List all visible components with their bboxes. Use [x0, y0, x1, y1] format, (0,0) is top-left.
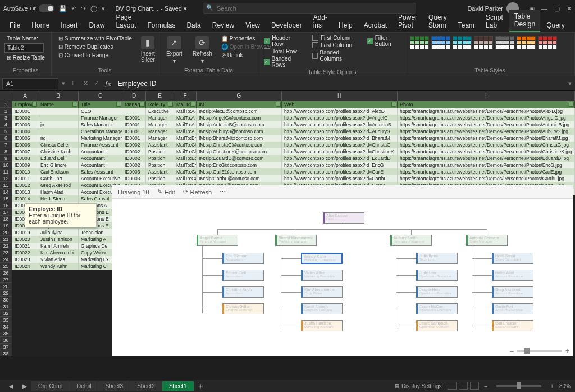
- tab-developer[interactable]: Developer: [266, 19, 307, 32]
- table-row[interactable]: ID0007Christine KochAccountantID0002Posi…: [12, 148, 575, 155]
- tab-team[interactable]: Team: [453, 19, 480, 32]
- tab-page-layout[interactable]: Page Layout: [111, 11, 141, 32]
- tab-script-lab[interactable]: Script Lab: [481, 11, 508, 32]
- table-style-swatch[interactable]: [453, 36, 472, 49]
- org-chart-canvas[interactable]: Alex DarrowCEOAngel GarciaFinance Manage…: [112, 199, 573, 356]
- sheet-nav-prev[interactable]: ◀: [4, 381, 18, 391]
- touch-mode-icon[interactable]: ◯: [90, 5, 97, 12]
- col-header-C[interactable]: C: [79, 91, 122, 101]
- row-header[interactable]: 35: [0, 330, 12, 337]
- org-node[interactable]: Jamie CampbellOpearions Assistant: [416, 320, 458, 331]
- row-header[interactable]: 24: [0, 256, 12, 263]
- row-header[interactable]: 17: [0, 209, 12, 216]
- table-row[interactable]: ID0005ndMarketing ManagerID0001ManagerMa…: [12, 135, 575, 142]
- autosave-toggle[interactable]: AutoSave On: [3, 4, 54, 12]
- org-node[interactable]: Jesper HerpOperations Executive: [416, 286, 458, 298]
- org-node[interactable]: Bharat MirchandaniMarketing Manager: [275, 235, 317, 246]
- enter-fx-icon[interactable]: ✓: [94, 80, 99, 87]
- org-node[interactable]: Alex DarrowCEO: [323, 212, 364, 224]
- tab-draw[interactable]: Draw: [84, 19, 109, 32]
- sheet-tab-sheet3[interactable]: Sheet3: [98, 381, 130, 391]
- resize-table-button[interactable]: ⊞ Resize Table: [4, 54, 47, 61]
- banded-columns-check[interactable]: Banded Columns: [312, 49, 356, 62]
- tab-home[interactable]: Home: [26, 19, 54, 32]
- org-node[interactable]: Gail EricksonSales Assistant: [492, 320, 533, 331]
- table-header-im[interactable]: IM: [197, 101, 282, 108]
- visio-zoom-in[interactable]: +: [565, 347, 569, 355]
- summarize-pivot-button[interactable]: ⊞ Summarize with PivotTable: [56, 35, 134, 42]
- row-header[interactable]: 14: [0, 189, 12, 195]
- first-column-check[interactable]: First Column: [312, 35, 356, 41]
- row-header[interactable]: 9: [0, 155, 12, 162]
- remove-duplicates-button[interactable]: ⊟ Remove Duplicates: [56, 43, 134, 51]
- table-row[interactable]: ID0010Gail EricksonSales AssistantID0003…: [12, 168, 575, 175]
- org-node[interactable]: Christine KochAccountant: [222, 286, 264, 298]
- row-header[interactable]: 12: [0, 175, 12, 182]
- tab-query[interactable]: Query: [541, 19, 570, 32]
- table-row[interactable]: ID0002Finance ManagerID0001ManagerMailTo…: [12, 115, 575, 121]
- col-header-E[interactable]: E: [146, 91, 174, 101]
- filter-dropdown-icon[interactable]: [32, 102, 37, 107]
- org-node[interactable]: Greg AkselrodAccount Executive: [492, 286, 533, 298]
- col-header-B[interactable]: B: [38, 91, 79, 101]
- row-header[interactable]: 29: [0, 290, 12, 297]
- table-header-manager[interactable]: Manager: [122, 101, 146, 108]
- col-header-G[interactable]: G: [197, 91, 282, 101]
- col-header-F[interactable]: F: [174, 91, 197, 101]
- minimize-icon[interactable]: —: [541, 5, 547, 12]
- table-styles-gallery[interactable]: [410, 35, 570, 51]
- view-shortcuts[interactable]: [448, 382, 479, 390]
- col-header-I[interactable]: I: [398, 91, 575, 101]
- visio-more-icon[interactable]: ⋯: [220, 188, 226, 195]
- row-header[interactable]: 19: [0, 222, 12, 229]
- name-box[interactable]: A1: [2, 78, 58, 89]
- tab-query-storm[interactable]: Query Storm: [423, 11, 452, 32]
- row-header[interactable]: 30: [0, 297, 12, 303]
- org-node[interactable]: Judy LewOperstions Executive: [416, 270, 458, 281]
- zoom-in-button[interactable]: +: [550, 383, 554, 389]
- col-header-H[interactable]: H: [282, 91, 398, 101]
- row-header[interactable]: 18: [0, 216, 12, 222]
- tab-data[interactable]: Data: [181, 19, 206, 32]
- row-header[interactable]: 16: [0, 202, 12, 209]
- table-style-swatch[interactable]: [538, 36, 557, 49]
- row-header[interactable]: 4: [0, 121, 12, 128]
- table-style-swatch[interactable]: [474, 36, 493, 49]
- table-header-employee[interactable]: Employee: [12, 101, 38, 108]
- tab-acrobat[interactable]: Acrobat: [359, 19, 392, 32]
- sheet-tab-sheet1[interactable]: Sheet1: [162, 381, 194, 391]
- visio-zoom-out[interactable]: –: [510, 347, 514, 355]
- cancel-fx-icon[interactable]: ✕: [83, 80, 88, 87]
- redo-icon[interactable]: ↷: [81, 5, 86, 12]
- filter-dropdown-icon[interactable]: [140, 102, 145, 107]
- table-style-swatch[interactable]: [431, 36, 450, 49]
- filter-dropdown-icon[interactable]: [569, 102, 574, 107]
- tab-help[interactable]: Help: [334, 19, 358, 32]
- filter-dropdown-icon[interactable]: [116, 102, 121, 107]
- zoom-out-button[interactable]: –: [485, 383, 488, 389]
- filter-dropdown-icon[interactable]: [391, 102, 396, 107]
- filter-dropdown-icon[interactable]: [276, 102, 281, 107]
- table-row[interactable]: ID0001CEOExecutiveMailTo:AlexIM:sip:Alex…: [12, 108, 575, 115]
- table-row[interactable]: ID0006Christa GellerFinance AssistantID0…: [12, 142, 575, 148]
- row-header[interactable]: 10: [0, 162, 12, 168]
- row-header[interactable]: 32: [0, 310, 12, 317]
- row-header[interactable]: 11: [0, 168, 12, 175]
- row-header[interactable]: 15: [0, 195, 12, 202]
- table-header-title[interactable]: Title: [79, 101, 122, 108]
- row-header[interactable]: 33: [0, 317, 12, 323]
- sheet-tab-sheet2[interactable]: Sheet2: [130, 381, 162, 391]
- row-header[interactable]: 7: [0, 142, 12, 148]
- maximize-icon[interactable]: ▢: [554, 5, 560, 12]
- table-style-swatch[interactable]: [495, 36, 514, 49]
- org-node[interactable]: Eduard DellAccountant: [222, 270, 264, 281]
- row-header[interactable]: 2: [0, 108, 12, 115]
- zoom-level[interactable]: 80%: [559, 383, 571, 389]
- org-node[interactable]: Angel GarciaFinance Manager: [197, 235, 238, 246]
- tab-table-design[interactable]: Table Design: [509, 10, 540, 32]
- org-node[interactable]: Jason McCueOperations Executive: [416, 303, 458, 314]
- tab-view[interactable]: View: [240, 19, 265, 32]
- worksheet-grid[interactable]: ABCDEFGHI 123456789101112131415161718192…: [0, 91, 575, 356]
- tab-formulas[interactable]: Formulas: [142, 19, 180, 32]
- org-node[interactable]: Heidi SteenSales Consultant: [492, 253, 533, 264]
